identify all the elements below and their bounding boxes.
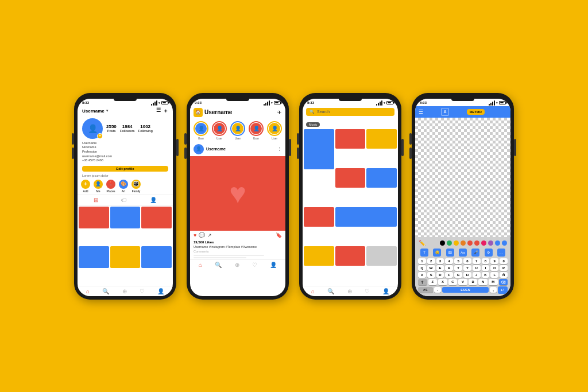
key-8[interactable]: 8 [482, 258, 490, 264]
search-nav-3-icon[interactable]: 🔍 [327, 288, 334, 294]
key-u[interactable]: U [473, 265, 481, 271]
key-5[interactable]: 5 [454, 258, 462, 264]
key-e[interactable]: E [436, 265, 444, 271]
key-6[interactable]: 6 [463, 258, 471, 264]
key-3[interactable]: 3 [436, 258, 444, 264]
color-red2[interactable] [474, 240, 479, 246]
pen-tool-icon[interactable]: ✏️ [419, 240, 425, 246]
color-yellow[interactable] [454, 240, 459, 246]
key-1[interactable]: 1 [418, 258, 426, 264]
tool-emoji[interactable]: 😊 [433, 249, 441, 257]
key-y[interactable]: Y [463, 265, 471, 271]
home-nav-3-icon[interactable]: ⌂ [311, 288, 315, 294]
font-badge[interactable]: A [441, 108, 449, 116]
tool-img[interactable]: 🖼 [446, 249, 454, 257]
search-bar[interactable]: 🔍 Search [306, 108, 394, 116]
add-nav-2-icon[interactable]: ⊕ [235, 262, 239, 268]
home-nav-icon[interactable]: ⌂ [86, 288, 90, 294]
retro-button[interactable]: RETRO [467, 109, 485, 115]
user-tab-icon[interactable]: 👤 [150, 197, 157, 203]
key-k[interactable]: K [482, 272, 490, 278]
key-p[interactable]: P [500, 265, 508, 271]
heart-nav-3-icon[interactable]: ♡ [365, 288, 370, 294]
key-0[interactable]: 0 [500, 258, 508, 264]
grid-tab-icon[interactable]: ⊞ [94, 197, 98, 203]
key-comma[interactable]: , [490, 287, 497, 293]
key-o[interactable]: O [490, 265, 498, 271]
story-avatar-3[interactable]: 👤 User [230, 121, 245, 140]
key-7[interactable]: 7 [473, 258, 481, 264]
profile-nav-2-icon[interactable]: 👤 [270, 262, 277, 268]
key-r[interactable]: R [445, 265, 453, 271]
key-enter[interactable]: ↵ [498, 286, 508, 294]
story-add[interactable]: + Add [81, 180, 90, 193]
key-v[interactable]: V [458, 279, 467, 285]
key-n-tilde[interactable]: Ñ [500, 272, 508, 278]
story-avatar-2[interactable]: 👤 User [212, 121, 227, 140]
avatar-plus-icon[interactable]: + [97, 133, 103, 139]
search-nav-icon[interactable]: 🔍 [102, 288, 109, 294]
tool-more[interactable]: … [497, 249, 505, 257]
key-x[interactable]: X [438, 279, 447, 285]
home-nav-2-icon[interactable]: ⌂ [199, 262, 202, 268]
key-z[interactable]: Z [428, 279, 438, 285]
tool-settings[interactable]: ⚙ [485, 249, 493, 257]
story-avatar-5[interactable]: 👤 User [267, 121, 282, 140]
post-more-icon[interactable]: ⋮ [277, 146, 282, 152]
music-tag[interactable]: Music [303, 118, 398, 128]
story-places[interactable]: 📍 Places [106, 180, 115, 193]
key-c[interactable]: C [448, 279, 458, 285]
add-post-icon[interactable]: ＋ [163, 107, 168, 115]
edit-profile-button[interactable]: Edit profile [82, 166, 168, 172]
profile-nav-icon[interactable]: 👤 [157, 288, 164, 294]
key-i[interactable]: I [482, 265, 490, 271]
color-blue2[interactable] [502, 240, 507, 246]
message-icon[interactable]: ✈ [277, 110, 282, 115]
story-me[interactable]: 👤 Me [94, 180, 103, 193]
key-f[interactable]: F [445, 272, 453, 278]
checkmark-icon[interactable]: ✓ [502, 108, 507, 115]
key-2[interactable]: 2 [427, 258, 435, 264]
key-d[interactable]: D [436, 272, 444, 278]
key-n[interactable]: N [478, 279, 488, 285]
search-nav-2-icon[interactable]: 🔍 [215, 262, 222, 268]
key-9[interactable]: 9 [490, 258, 498, 264]
hamburger-icon[interactable]: ☰ [419, 109, 423, 115]
add-nav-icon[interactable]: ⊕ [122, 288, 127, 294]
key-b[interactable]: B [469, 279, 478, 285]
color-pink[interactable] [481, 240, 486, 246]
like-icon[interactable]: ♥ [194, 232, 196, 238]
color-blue[interactable] [495, 240, 500, 246]
profile-nav-3-icon[interactable]: 👤 [382, 288, 389, 294]
key-q[interactable]: Q [418, 265, 426, 271]
tool-mic[interactable]: 🎤 [471, 249, 479, 257]
menu-lines-icon[interactable]: ☰ [156, 107, 161, 115]
tool-T[interactable]: T [420, 249, 428, 257]
key-j[interactable]: J [473, 272, 481, 278]
heart-nav-icon[interactable]: ♡ [140, 288, 145, 294]
key-4[interactable]: 4 [445, 258, 453, 264]
color-black[interactable] [440, 240, 445, 246]
key-w[interactable]: W [427, 265, 435, 271]
key-g[interactable]: G [454, 272, 462, 278]
key-t[interactable]: T [454, 265, 462, 271]
tool-text[interactable]: Aa [459, 249, 467, 257]
color-red[interactable] [467, 240, 473, 246]
key-space[interactable]: ES/EN [442, 287, 489, 293]
story-family[interactable]: 👨‍👩‍👧 Family [131, 180, 141, 193]
key-dot[interactable]: . [434, 287, 441, 293]
story-art[interactable]: 🎨 Art [119, 180, 128, 193]
comment-icon[interactable]: 💬 [199, 232, 205, 238]
story-avatar-1[interactable]: 👤 User [194, 121, 208, 140]
add-nav-3-icon[interactable]: ⊕ [347, 288, 352, 294]
story-avatar-4[interactable]: 👤 User [249, 121, 264, 140]
key-special[interactable]: #!1 [418, 287, 433, 293]
heart-nav-2-icon[interactable]: ♡ [252, 262, 257, 268]
bookmark-icon[interactable]: 🔖 [276, 232, 282, 238]
canvas-area[interactable] [415, 118, 510, 237]
tag-tab-icon[interactable]: 🏷 [121, 197, 127, 203]
key-shift[interactable]: ⇧ [418, 279, 427, 285]
key-h[interactable]: H [463, 272, 471, 278]
color-purple[interactable] [488, 240, 493, 246]
key-l[interactable]: L [490, 272, 498, 278]
